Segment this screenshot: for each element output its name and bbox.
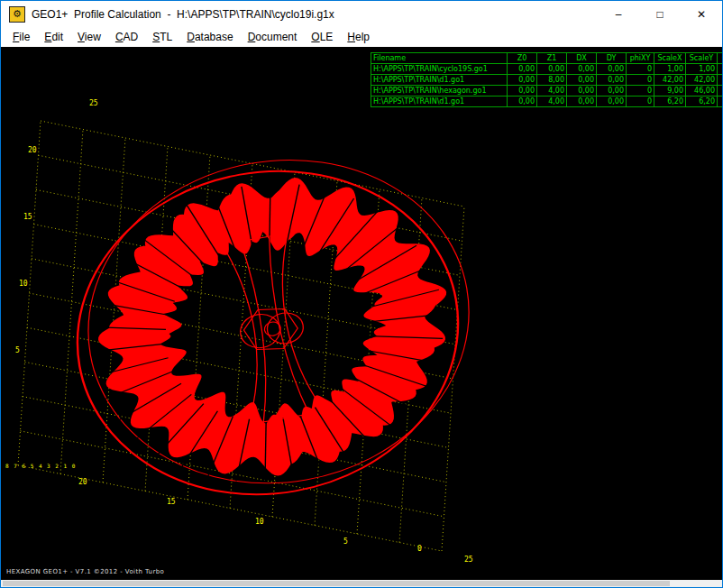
cell-value: 0,00: [567, 86, 597, 96]
col-header-dx: DX: [567, 53, 597, 64]
minimize-button[interactable]: –: [598, 1, 639, 27]
table-row: H:\APPS\TP\TRAIN\hexagon.go10,004,000,00…: [371, 86, 723, 96]
cell-value: 42,00: [654, 75, 686, 86]
close-button[interactable]: ✕: [681, 1, 722, 27]
axis-label: 10: [19, 280, 28, 288]
cell-value: 0,00: [508, 96, 537, 107]
cell-value: 0,00: [508, 64, 537, 75]
cell-value: 0,00: [508, 75, 537, 86]
cell-value: 0,00: [567, 75, 597, 86]
col-header-scaley: ScaleY: [686, 53, 718, 64]
axis-label: 5: [15, 347, 20, 354]
cell-value: 6,20: [686, 96, 718, 107]
param-table-head: FilenameZ0Z1DXDYphiXYScaleXScaleYOi: [371, 53, 723, 64]
cell-value: 0: [627, 96, 654, 107]
scrollbar-thumb[interactable]: [3, 581, 670, 586]
col-header-scalex: ScaleX: [654, 53, 686, 64]
cell-value: 0,00: [597, 96, 627, 107]
window-title: GEO1+ Profile Calculation - H:\APPS\TP\T…: [32, 8, 334, 21]
cell-value: 0: [627, 64, 654, 75]
maximize-button[interactable]: □: [639, 1, 681, 27]
cell-value: 0: [627, 86, 654, 96]
drawing-area: 2520151058 7 6 5 4 3 2 1 02015105025 Fil…: [1, 48, 722, 580]
cell-value: 0: [718, 75, 723, 86]
cell-value: 0,00: [597, 75, 627, 86]
cell-value: 0,00: [537, 64, 567, 75]
menu-bar: FileEditViewCADSTLDatabaseDocumentOLEHel…: [1, 27, 722, 47]
cell-value: 0,00: [567, 96, 597, 107]
param-table: FilenameZ0Z1DXDYphiXYScaleXScaleYOi H:\A…: [371, 52, 722, 107]
app-window: ⚙ GEO1+ Profile Calculation - H:\APPS\TP…: [0, 0, 723, 588]
cell-value: 1,00: [686, 64, 718, 75]
status-text: HEXAGON GEO1+ - V7.1 ©2012 - Voith Turbo: [6, 568, 164, 575]
cell-value: 0,00: [597, 64, 627, 75]
cell-value: 0: [718, 96, 723, 107]
cell-filename: H:\APPS\TP\TRAIN\hexagon.go1: [371, 86, 508, 96]
col-header-oi: Oi: [718, 53, 723, 64]
axis-label: 8 7 6 5 4 3 2 1 0: [5, 463, 76, 470]
app-icon: ⚙: [9, 6, 25, 23]
table-row: H:\APPS\TP\TRAIN\cyclo19S.go10,000,000,0…: [371, 64, 723, 75]
col-header-dy: DY: [597, 53, 627, 64]
cell-value: 0,00: [508, 86, 537, 96]
axis-label: 20: [78, 479, 87, 486]
cell-filename: H:\APPS\TP\TRAIN\d1.go1: [371, 75, 508, 86]
menu-item-database[interactable]: Database: [179, 29, 240, 45]
col-header-z1: Z1: [537, 53, 567, 64]
drawing-canvas: [1, 48, 722, 580]
axis-label: 25: [464, 556, 473, 564]
axis-label: 15: [167, 499, 176, 506]
cell-value: 9,00: [654, 86, 686, 96]
cell-value: 8,00: [537, 75, 567, 86]
gear-drawing: [50, 130, 497, 524]
cell-value: 4,00: [537, 86, 567, 96]
col-header-filename: Filename: [371, 53, 508, 64]
cell-value: 0,00: [567, 64, 597, 75]
menu-item-file[interactable]: File: [5, 29, 37, 45]
table-row: H:\APPS\TP\TRAIN\d1.go10,008,000,000,000…: [371, 75, 723, 86]
axis-label: 10: [255, 519, 264, 526]
axis-label: 25: [89, 100, 98, 107]
col-header-phixy: phiXY: [627, 53, 654, 64]
menu-item-stl[interactable]: STL: [145, 29, 179, 45]
cell-value: 42,00: [686, 75, 718, 86]
axis-label: 0: [417, 546, 422, 553]
cell-value: 46,00: [686, 86, 718, 96]
window-controls: – □ ✕: [598, 1, 722, 27]
cell-filename: H:\APPS\TP\TRAIN\d1.go1: [371, 96, 508, 107]
gear-hub: [219, 233, 322, 425]
cell-value: 6,20: [654, 96, 686, 107]
cell-value: 1,00: [654, 64, 686, 75]
axis-label: 15: [23, 214, 32, 221]
menu-item-cad[interactable]: CAD: [108, 29, 145, 45]
param-table-body: H:\APPS\TP\TRAIN\cyclo19S.go10,000,000,0…: [371, 64, 723, 107]
axis-label: 5: [343, 538, 348, 546]
menu-item-help[interactable]: Help: [340, 29, 377, 45]
cell-value: 4,00: [537, 96, 567, 107]
horizontal-scrollbar[interactable]: [1, 580, 722, 587]
cell-value: 0: [718, 86, 723, 96]
cell-value: 0: [627, 75, 654, 86]
cell-value: 0,00: [597, 86, 627, 96]
col-header-z0: Z0: [508, 53, 537, 64]
table-row: H:\APPS\TP\TRAIN\d1.go10,004,000,000,000…: [371, 96, 723, 107]
title-bar[interactable]: ⚙ GEO1+ Profile Calculation - H:\APPS\TP…: [1, 1, 722, 27]
menu-item-ole[interactable]: OLE: [304, 29, 340, 45]
menu-item-view[interactable]: View: [70, 29, 108, 45]
menu-item-document[interactable]: Document: [241, 29, 305, 45]
cell-value: 0: [718, 64, 723, 75]
axis-label: 20: [28, 147, 37, 154]
menu-item-edit[interactable]: Edit: [37, 29, 70, 45]
cell-filename: H:\APPS\TP\TRAIN\cyclo19S.go1: [371, 64, 508, 75]
